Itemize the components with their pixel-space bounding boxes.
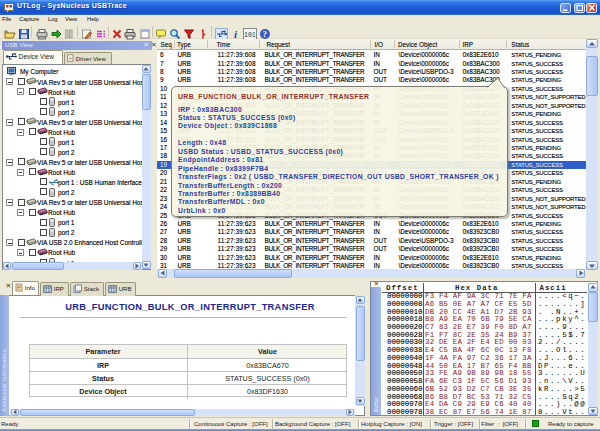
svg-text:i: i [234, 28, 238, 40]
svg-text:?: ? [263, 29, 268, 39]
svg-text:101: 101 [244, 31, 256, 38]
